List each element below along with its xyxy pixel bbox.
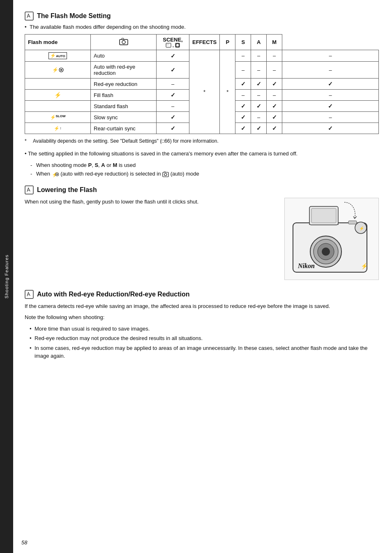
sidebar: Shooting Features [0, 0, 13, 553]
table-row: ⚡AUTOAuto✓**–––– [25, 50, 379, 62]
table-m-2: ✓ [282, 79, 379, 90]
table-header-scene: SCENE, , [157, 35, 189, 50]
table-mode-1: Auto with red-eye reduction [91, 62, 157, 79]
table-a-4: ✓ [267, 101, 282, 112]
table-auto-2: – [157, 79, 189, 90]
table-s-0: – [251, 50, 267, 62]
table-p-3: – [235, 90, 251, 101]
section3-intro: If the camera detects red-eye while savi… [25, 302, 379, 310]
table-mode-4: Standard flash [91, 101, 157, 112]
lowering-content: When not using the flash, gently push to… [25, 198, 379, 280]
svg-point-12 [56, 174, 58, 175]
table-m-0: – [282, 50, 379, 62]
camera-illustration: ⚡ Nikon ⚡ [284, 198, 379, 280]
dash-item-1: When shooting mode P, S, A or M is used [36, 161, 379, 169]
pencil-icon-2 [25, 185, 34, 194]
table-s-1: – [251, 62, 267, 79]
svg-point-9 [60, 69, 62, 71]
svg-point-25 [322, 248, 330, 256]
table-icon-5: ⚡SLOW [25, 112, 91, 123]
table-s-3: – [251, 90, 267, 101]
table-a-6: ✓ [267, 123, 282, 134]
auto-camera-icon [119, 38, 128, 45]
table-a-5: ✓ [267, 112, 282, 123]
bullet-item-2: In some cases, red-eye reduction may be … [30, 344, 379, 360]
table-m-1: – [282, 62, 379, 79]
section1-intro: The available flash modes differ dependi… [25, 24, 379, 30]
table-mode-5: Slow sync [91, 112, 157, 123]
section3: Auto with Red-eye Reduction/Red-eye Redu… [25, 290, 379, 360]
table-auto-1: ✓ [157, 62, 189, 79]
table-a-2: ✓ [267, 79, 282, 90]
section2: Lowering the Flash When not using the fl… [25, 185, 379, 280]
table-m-5: – [282, 112, 379, 123]
table-s-2: ✓ [251, 79, 267, 90]
table-a-3: – [267, 90, 282, 101]
table-auto-0: ✓ [157, 50, 189, 62]
table-header-auto [91, 35, 157, 50]
table-icon-3: ⚡ [25, 90, 91, 101]
svg-rect-3 [122, 38, 124, 39]
svg-text:⚡: ⚡ [361, 263, 368, 270]
section3-note: Note the following when shooting: [25, 313, 379, 322]
bullet-item-1: Red-eye reduction may not produce the de… [30, 334, 379, 342]
section2-title: Lowering the Flash [37, 186, 97, 194]
section1-header: The Flash Mode Setting [25, 12, 379, 21]
svg-rect-15 [164, 171, 166, 172]
table-p-4: ✓ [235, 101, 251, 112]
svg-rect-28 [348, 221, 357, 224]
table-icon-1: ⚡ [25, 62, 91, 79]
table-scene-merged: * [189, 50, 220, 134]
camera-svg: ⚡ Nikon ⚡ [285, 198, 379, 280]
pencil-icon-3 [25, 290, 34, 299]
section2-header: Lowering the Flash [25, 185, 379, 194]
table-auto-5: ✓ [157, 112, 189, 123]
table-a-0: – [267, 50, 282, 62]
page-number: 58 [21, 539, 27, 546]
section1-title: The Flash Mode Setting [37, 12, 111, 20]
table-auto-4: – [157, 101, 189, 112]
table-a-1: – [267, 62, 282, 79]
footnote: * Availability depends on the setting. S… [25, 138, 379, 144]
svg-rect-21 [311, 208, 336, 223]
sidebar-label: Shooting Features [4, 255, 9, 298]
table-p-0: – [235, 50, 251, 62]
svg-point-2 [122, 41, 125, 44]
table-auto-6: ✓ [157, 123, 189, 134]
bullet-item-0: More time than usual is required to save… [30, 325, 379, 333]
table-s-5: – [251, 112, 267, 123]
table-mode-0: Auto [91, 50, 157, 62]
table-m-4: ✓ [282, 101, 379, 112]
table-mode-3: Fill flash [91, 90, 157, 101]
main-content: The Flash Mode Setting The available fla… [13, 0, 392, 553]
table-header-s: S [235, 35, 251, 50]
flash-redeye-icon-inline: ⚡ [52, 171, 59, 177]
section3-title: Auto with Red-eye Reduction/Red-eye Redu… [37, 291, 190, 298]
section3-header: Auto with Red-eye Reduction/Red-eye Redu… [25, 290, 379, 299]
svg-point-14 [164, 173, 167, 176]
table-header-mode: Flash mode [25, 35, 91, 50]
table-m-3: – [282, 90, 379, 101]
scene-icon2 [175, 43, 180, 48]
table-icon-6: ⚡↑ [25, 123, 91, 134]
dash-item-2: When ⚡ (auto with red-eye reduction) is … [36, 170, 379, 178]
table-p-2: ✓ [235, 79, 251, 90]
camera-icon-inline [162, 171, 169, 177]
table-icon-2 [25, 79, 91, 90]
scene-icon1 [166, 43, 171, 48]
table-icon-0: ⚡AUTO [25, 50, 91, 62]
table-header-effects: EFFECTS [189, 35, 220, 50]
svg-text:⚡: ⚡ [359, 226, 364, 231]
table-header-m: M [267, 35, 282, 50]
section2-body: When not using the flash, gently push to… [25, 198, 278, 206]
dash-list: When shooting mode P, S, A or M is used … [25, 161, 379, 178]
table-icon-4 [25, 101, 91, 112]
table-p-1: – [235, 62, 251, 79]
svg-rect-5 [166, 44, 168, 45]
svg-text:Nikon: Nikon [297, 262, 315, 269]
section3-bullets: More time than usual is required to save… [25, 325, 379, 360]
table-effects-merged: * [220, 50, 235, 134]
table-p-5: ✓ [235, 112, 251, 123]
table-m-6: ✓ [282, 123, 379, 134]
table-p-6: ✓ [235, 123, 251, 134]
